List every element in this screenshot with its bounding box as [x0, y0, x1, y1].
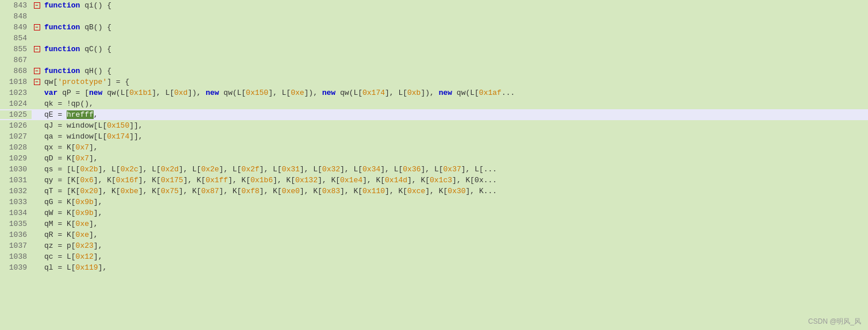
- code-content: function qH() {: [42, 67, 868, 75]
- keyword-token: function: [44, 67, 80, 75]
- plain-token: ], L[: [152, 89, 174, 97]
- line-number: 1030: [0, 165, 32, 174]
- plain-token: qc = L[: [44, 252, 76, 261]
- plain-token: ql = L[: [44, 263, 76, 272]
- hex-token: 0xe: [76, 231, 89, 239]
- table-row: 1031 qy = [K[0x6], K[0x16f], K[0x175], K…: [0, 175, 868, 186]
- hex-token: 0x1ff: [206, 176, 228, 185]
- plain-token: ],: [94, 198, 103, 206]
- fold-button[interactable]: −: [34, 2, 40, 9]
- keyword-token: var: [44, 89, 57, 97]
- hex-token: 0x16f: [116, 176, 138, 185]
- hex-token: 0x75: [161, 187, 179, 195]
- code-content: qy = [K[0x6], K[0x16f], K[0x175], K[0x1f…: [42, 176, 868, 185]
- hex-token: 0x2d: [161, 165, 179, 174]
- plain-token: ], L[: [300, 165, 322, 174]
- plain-token: ],: [89, 231, 98, 239]
- code-content: function qC() {: [42, 45, 868, 53]
- plain-token: ], L[: [385, 89, 407, 97]
- hex-token: 0x175: [161, 176, 183, 185]
- code-content: qR = K[0xe],: [42, 231, 868, 239]
- keyword-token: function: [44, 1, 80, 10]
- plain-token: ]],: [129, 132, 142, 141]
- line-number: 1018: [0, 78, 32, 86]
- hex-token: 0x34: [362, 165, 380, 174]
- hex-token: 0x150: [246, 89, 268, 97]
- plain-token: ], K[: [228, 176, 250, 185]
- plain-token: qw(L[: [102, 89, 129, 97]
- code-content: qk = !qp(),: [42, 99, 868, 108]
- fold-gutter[interactable]: −: [32, 68, 42, 74]
- line-number: 1028: [0, 143, 32, 152]
- table-row: 1036 qR = K[0xe],: [0, 229, 868, 240]
- plain-token: qw(L[: [452, 89, 479, 97]
- plain-token: ], K[: [219, 187, 241, 195]
- line-number: 1024: [0, 99, 32, 108]
- hex-token: 0x30: [447, 187, 465, 195]
- hex-token: 0x32: [322, 165, 340, 174]
- hex-token: 0x1c3: [430, 176, 452, 185]
- plain-token: ], L[: [179, 165, 201, 174]
- hex-token: 0x150: [107, 121, 129, 130]
- table-row: 855− function qC() {: [0, 44, 868, 55]
- fold-button[interactable]: −: [34, 68, 40, 74]
- plain-token: qP = [: [57, 89, 89, 97]
- line-number: 854: [0, 34, 32, 43]
- plain-token: qs = [L[: [44, 165, 80, 174]
- line-number: 1025: [0, 110, 32, 119]
- plain-token: qB() {: [80, 23, 111, 32]
- line-number: 1027: [0, 132, 32, 141]
- plain-token: ], K[: [362, 176, 385, 185]
- hex-token: 0x9b: [76, 198, 94, 206]
- code-content: qJ = window[L[0x150]],: [42, 121, 868, 130]
- table-row: 1035 qM = K[0xe],: [0, 218, 868, 229]
- hex-token: 0x2f: [241, 165, 259, 174]
- hex-token: 0x31: [282, 165, 300, 174]
- plain-token: qW = K[: [44, 209, 76, 217]
- line-number: 1034: [0, 209, 32, 217]
- plain-token: qT = [K[: [44, 187, 80, 195]
- hex-token: 0xbe: [121, 187, 138, 195]
- plain-token: ,: [94, 110, 98, 119]
- fold-gutter[interactable]: −: [32, 2, 42, 9]
- hex-token: 0x110: [362, 187, 385, 195]
- line-number: 843: [0, 1, 32, 10]
- fold-button[interactable]: −: [34, 24, 40, 30]
- plain-token: ],: [89, 143, 98, 152]
- hex-token: 0x37: [443, 165, 461, 174]
- hex-token: 0x23: [76, 241, 94, 250]
- plain-token: ], L[: [98, 165, 121, 174]
- keyword-token: new: [439, 89, 452, 97]
- table-row: 1024 qk = !qp(),: [0, 98, 868, 109]
- code-content: qW = K[0x9b],: [42, 209, 868, 217]
- plain-token: ], K[: [340, 187, 362, 195]
- fold-button[interactable]: −: [34, 46, 40, 52]
- fold-gutter[interactable]: −: [32, 46, 42, 52]
- line-number: 1037: [0, 241, 32, 250]
- fold-gutter[interactable]: −: [32, 24, 42, 30]
- table-row: 1034 qW = K[0x9b],: [0, 208, 868, 218]
- plain-token: ]],: [129, 121, 142, 130]
- plain-token: ],: [94, 252, 103, 261]
- code-content: qE = hrefff,: [42, 110, 868, 119]
- hex-token: 0xb: [407, 89, 421, 97]
- plain-token: ], L[: [268, 89, 291, 97]
- code-content: qa = window[L[0x174]],: [42, 132, 868, 141]
- hex-token: 0x14d: [385, 176, 407, 185]
- plain-token: ], K...: [466, 187, 497, 195]
- table-row: 854: [0, 33, 868, 44]
- line-number: 1026: [0, 121, 32, 130]
- plain-token: qa = window[L[: [44, 132, 107, 141]
- plain-token: ], L[: [380, 165, 403, 174]
- code-content: var qP = [new qw(L[0x1b1], L[0xd]), new …: [42, 89, 868, 97]
- plain-token: ], K[: [273, 176, 295, 185]
- code-content: qM = K[0xe],: [42, 220, 868, 228]
- table-row: 1023 var qP = [new qw(L[0x1b1], L[0xd]),…: [0, 87, 868, 98]
- fold-button[interactable]: −: [34, 79, 40, 85]
- code-content: qx = K[0x7],: [42, 143, 868, 152]
- plain-token: ], L[: [219, 165, 241, 174]
- plain-token: ],: [89, 154, 98, 163]
- hex-token: 0xf8: [241, 187, 259, 195]
- fold-gutter[interactable]: −: [32, 79, 42, 85]
- hex-token: 0x132: [295, 176, 318, 185]
